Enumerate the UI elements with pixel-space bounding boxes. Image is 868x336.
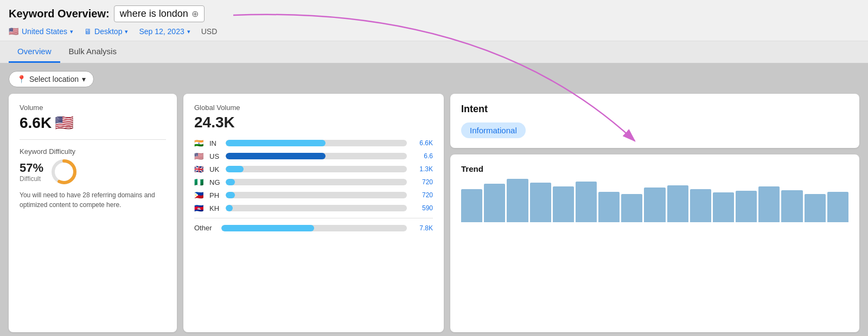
other-row: Other 7.8K (194, 218, 433, 232)
tab-overview[interactable]: Overview (9, 41, 60, 63)
bar-flag-icon: 🇳🇬 (194, 178, 205, 186)
difficulty-donut (50, 158, 78, 186)
other-label: Other (194, 224, 217, 232)
date-filter[interactable]: Sep 12, 2023 ▾ (139, 27, 190, 36)
trend-bar (598, 192, 620, 222)
add-keyword-icon[interactable]: ⊕ (192, 9, 199, 19)
trend-bar (781, 190, 802, 222)
bar-country-code: KH (209, 204, 221, 212)
trend-bar (805, 194, 826, 222)
bar-track (226, 153, 407, 159)
trend-card: Trend (450, 154, 859, 332)
volume-value: 6.6K 🇺🇸 (20, 114, 166, 132)
date-label: Sep 12, 2023 (139, 27, 184, 36)
trend-bar (621, 194, 642, 222)
trend-bar (690, 189, 711, 222)
intent-badge: Informational (461, 122, 526, 138)
country-caret-icon: ▾ (70, 28, 73, 35)
global-volume-label: Global Volume (194, 104, 433, 112)
select-location-button[interactable]: 📍 Select location ▾ (9, 71, 94, 87)
bar-flag-icon: 🇮🇳 (194, 139, 205, 147)
tabs-row: Overview Bulk Analysis (0, 41, 868, 63)
trend-bar (758, 186, 780, 222)
global-volume-card: Global Volume 24.3K 🇮🇳 IN 6.6K 🇺🇸 US 6.6… (183, 94, 444, 332)
trend-bar (484, 184, 505, 222)
right-column: Intent Informational Trend (450, 94, 859, 332)
bar-country-code: IN (209, 139, 221, 147)
date-caret-icon: ▾ (187, 28, 190, 35)
trend-bar (461, 189, 482, 222)
us-flag-icon: 🇺🇸 (9, 27, 19, 36)
bar-track (226, 192, 407, 198)
device-label: Desktop (94, 27, 122, 36)
bar-track (226, 205, 407, 211)
bar-country-code: PH (209, 191, 221, 199)
trend-bar (553, 186, 574, 222)
volume-label: Volume (20, 104, 166, 112)
bar-flag-icon: 🇰🇭 (194, 204, 205, 212)
monitor-icon: 🖥 (84, 27, 92, 36)
bar-flag-icon: 🇵🇭 (194, 191, 205, 199)
trend-label: Trend (461, 164, 848, 173)
difficulty-row: 57% Difficult (20, 158, 166, 186)
keyword-input[interactable]: where is london ⊕ (114, 5, 205, 22)
global-volume-value: 24.3K (194, 114, 433, 131)
bar-row: 🇳🇬 NG 720 (194, 178, 433, 186)
bar-country-code: NG (209, 178, 221, 186)
bar-row: 🇮🇳 IN 6.6K (194, 139, 433, 147)
bar-value: 720 (411, 178, 433, 186)
device-caret-icon: ▾ (125, 28, 128, 35)
other-bar-track (221, 225, 407, 231)
intent-label: Intent (461, 104, 848, 115)
country-label: United States (22, 27, 67, 36)
select-location-label: Select location (29, 75, 79, 83)
bar-value: 1.3K (411, 165, 433, 173)
bar-track (226, 179, 407, 185)
difficulty-text: Difficult (20, 175, 43, 183)
keyword-text: where is london (120, 8, 188, 20)
volume-flag-icon: 🇺🇸 (55, 114, 74, 132)
bar-row: 🇵🇭 PH 720 (194, 191, 433, 199)
trend-bar (667, 185, 688, 222)
bar-track (226, 140, 407, 146)
trend-bar (576, 182, 597, 222)
volume-card: Volume 6.6K 🇺🇸 Keyword Difficulty 57% Di… (9, 94, 177, 332)
bar-flag-icon: 🇬🇧 (194, 165, 205, 173)
location-pin-icon: 📍 (17, 75, 26, 83)
trend-bar (507, 179, 528, 222)
bar-row: 🇺🇸 US 6.6 (194, 152, 433, 160)
bar-row: 🇬🇧 UK 1.3K (194, 165, 433, 173)
intent-card: Intent Informational (450, 94, 859, 148)
tab-bulk-analysis[interactable]: Bulk Analysis (60, 41, 125, 63)
page-title: Keyword Overview: (9, 8, 110, 20)
bar-track (226, 166, 407, 172)
trend-bar (530, 183, 551, 222)
bar-flag-icon: 🇺🇸 (194, 152, 205, 160)
difficulty-desc: You will need to have 28 referring domai… (20, 190, 166, 210)
trend-bar (713, 192, 734, 222)
trend-bars (461, 179, 848, 222)
trend-bar (644, 188, 665, 222)
country-bars: 🇮🇳 IN 6.6K 🇺🇸 US 6.6 🇬🇧 UK 1.3K 🇳🇬 NG (194, 139, 433, 212)
bar-country-code: US (209, 152, 221, 160)
currency-label: USD (201, 27, 218, 36)
bar-value: 590 (411, 204, 433, 212)
select-location-row: 📍 Select location ▾ (9, 71, 859, 87)
country-filter[interactable]: 🇺🇸 United States ▾ (9, 27, 73, 36)
trend-bar (736, 191, 757, 222)
difficulty-value: 57% (20, 161, 43, 175)
bar-value: 6.6 (411, 152, 433, 160)
main-content: 📍 Select location ▾ Volume 6.6K 🇺🇸 Keywo… (0, 63, 868, 336)
difficulty-label: Keyword Difficulty (20, 147, 166, 156)
bar-value: 6.6K (411, 139, 433, 147)
location-caret-icon: ▾ (82, 75, 86, 83)
bar-country-code: UK (209, 165, 221, 173)
bar-value: 720 (411, 191, 433, 199)
bar-row: 🇰🇭 KH 590 (194, 204, 433, 212)
device-filter[interactable]: 🖥 Desktop ▾ (84, 27, 128, 36)
trend-bar (827, 192, 848, 222)
other-value: 7.8K (411, 224, 433, 232)
